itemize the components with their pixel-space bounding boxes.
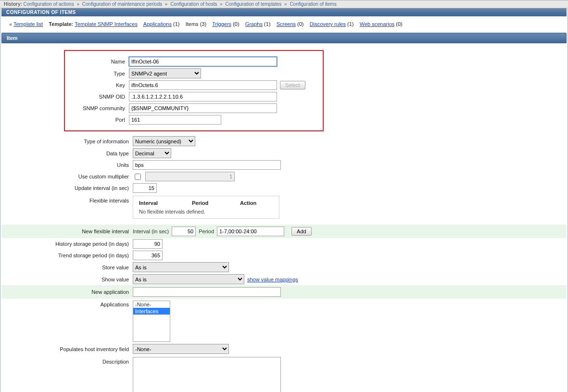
description-label: Description <box>1 357 133 365</box>
web-count: (0) <box>396 21 402 27</box>
store-value-select[interactable]: As is <box>133 262 229 272</box>
template-label: Template: <box>49 21 73 27</box>
name-input[interactable] <box>129 57 277 66</box>
hist-storage-input[interactable] <box>133 239 163 249</box>
items-count: (3) <box>200 21 206 27</box>
new-app-label: New application <box>1 289 133 295</box>
history-sep: » <box>164 1 169 7</box>
applications-link[interactable]: Applications <box>143 21 172 27</box>
new-flex-int-label: New flexible interval <box>1 228 133 234</box>
type-select[interactable]: SNMPv2 agent <box>129 68 201 78</box>
update-int-input[interactable] <box>133 183 157 193</box>
applications-label: Applications <box>1 301 133 307</box>
new-flex-period-sublabel: Period <box>199 228 214 234</box>
flex-col-interval: Interval <box>139 200 192 206</box>
trend-storage-input[interactable] <box>133 251 163 260</box>
port-input[interactable] <box>129 115 221 125</box>
template-name-link[interactable]: Template SNMP Interfaces <box>75 21 138 27</box>
graphs-count: (1) <box>264 21 270 27</box>
screens-count: (0) <box>297 21 303 27</box>
highlight-box: Name Type SNMPv2 agent Key Select SNMP O… <box>64 50 324 131</box>
flex-intervals-header: Interval Period Action <box>139 200 273 209</box>
template-list-link[interactable]: Template list <box>13 21 43 27</box>
section-header: Item <box>1 33 567 43</box>
applications-count: (1) <box>173 21 179 27</box>
port-label: Port <box>65 117 129 123</box>
show-value-select[interactable]: As is <box>133 274 244 284</box>
key-select-button[interactable]: Select <box>280 81 305 89</box>
snmp-community-input[interactable] <box>129 103 277 113</box>
key-input[interactable] <box>129 80 277 90</box>
graphs-link[interactable]: Graphs <box>245 21 263 27</box>
hist-storage-label: History storage period (in days) <box>1 241 133 247</box>
history-link-3[interactable]: Configuration of templates <box>226 1 282 7</box>
applications-listbox[interactable]: -None- Interfaces <box>133 301 170 342</box>
flex-empty-text: No flexible intervals defined. <box>139 209 273 215</box>
page-titlebar: CONFIGURATION OF ITEMS <box>1 8 567 16</box>
custom-mult-label: Use custom multiplier <box>1 174 133 179</box>
screens-link[interactable]: Screens <box>277 21 296 27</box>
history-link-2[interactable]: Configuration of hosts <box>170 1 217 7</box>
snmp-community-label: SNMP community <box>65 105 129 111</box>
type-info-select[interactable]: Numeric (unsigned) <box>133 136 195 146</box>
show-value-mappings-link[interactable]: show value mappings <box>247 277 298 282</box>
host-inv-select[interactable]: -None- <box>133 344 229 354</box>
history-link-1[interactable]: Configuration of maintenance periods <box>82 1 162 7</box>
units-label: Units <box>1 162 133 168</box>
flex-col-period: Period <box>192 200 240 206</box>
discovery-count: (1) <box>347 21 353 27</box>
app-option-interfaces[interactable]: Interfaces <box>133 308 170 315</box>
add-button[interactable]: Add <box>291 227 312 236</box>
triggers-link[interactable]: Triggers <box>212 21 231 27</box>
history-sep: » <box>75 1 81 7</box>
update-int-label: Update interval (in sec) <box>1 185 133 191</box>
flex-int-label: Flexible intervals <box>1 196 133 203</box>
history-sep: » <box>283 1 289 7</box>
history-label: History: <box>4 1 22 7</box>
linkbar: « Template list Template: Template SNMP … <box>1 16 567 31</box>
web-link[interactable]: Web scenarios <box>360 21 395 27</box>
custom-mult-checkbox[interactable] <box>135 174 141 180</box>
show-value-label: Show value <box>1 277 133 282</box>
flex-intervals-panel: Interval Period Action No flexible inter… <box>133 196 279 219</box>
units-input[interactable] <box>133 160 281 170</box>
history-link-4[interactable]: Configuration of items <box>290 1 336 7</box>
form-area: Name Type SNMPv2 agent Key Select SNMP O… <box>1 43 567 392</box>
new-flex-int-sublabel: Interval (in sec) <box>133 228 169 234</box>
history-link-0[interactable]: Configuration of actions <box>24 1 74 7</box>
app-option-none[interactable]: -None- <box>133 301 170 308</box>
name-label: Name <box>65 59 129 64</box>
new-app-input[interactable] <box>133 287 281 297</box>
back-arrow: « <box>9 21 12 27</box>
flex-col-action: Action <box>240 200 256 206</box>
data-type-label: Data type <box>1 151 133 156</box>
store-value-label: Store value <box>1 265 133 270</box>
history-bar: History: Configuration of actions » Conf… <box>0 0 568 8</box>
trend-storage-label: Trend storage period (in days) <box>1 253 133 258</box>
description-textarea[interactable] <box>133 357 281 392</box>
data-type-select[interactable]: Decimal <box>133 148 171 158</box>
custom-mult-input <box>145 172 235 181</box>
triggers-count: (0) <box>233 21 239 27</box>
items-link: Items <box>186 21 199 27</box>
key-label: Key <box>65 82 129 88</box>
new-flex-int-input[interactable] <box>172 227 196 236</box>
history-sep: » <box>218 1 224 7</box>
type-label: Type <box>65 71 129 76</box>
host-inv-label: Populates host inventory field <box>1 346 133 352</box>
discovery-link[interactable]: Discovery rules <box>310 21 346 27</box>
snmp-oid-label: SNMP OID <box>65 94 129 100</box>
new-flex-period-input[interactable] <box>217 227 284 236</box>
snmp-oid-input[interactable] <box>129 92 277 101</box>
type-info-label: Type of information <box>1 139 133 144</box>
